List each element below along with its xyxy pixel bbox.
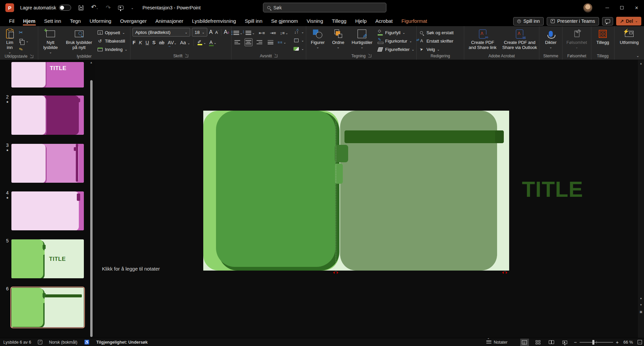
text-direction-button[interactable]: ↓↑⌄ xyxy=(293,28,304,36)
offslide-title-text[interactable]: TITLE xyxy=(522,177,583,202)
search-input[interactable]: Søk xyxy=(263,3,386,12)
line-spacing-button[interactable]: ↕≡⌄ xyxy=(280,29,288,37)
menu-visning[interactable]: Visning xyxy=(302,15,327,26)
slide-thumbnail-6[interactable] xyxy=(11,288,84,327)
strikethrough-button[interactable]: ab xyxy=(159,40,164,45)
menu-figurformat[interactable]: Figurformat xyxy=(397,15,432,26)
shape-dark-green-tab[interactable] xyxy=(335,145,348,162)
slideshow-view-button[interactable] xyxy=(560,339,569,346)
clear-formatting-button[interactable]: A◊ xyxy=(224,29,229,35)
character-spacing-button[interactable]: AV⌄ xyxy=(168,40,177,45)
zoom-level[interactable]: 66 % xyxy=(624,340,633,345)
scroll-split-icon[interactable]: ▣ xyxy=(639,310,642,313)
user-avatar[interactable] xyxy=(583,3,592,12)
comments-button[interactable] xyxy=(602,17,613,25)
slide-thumbnail-2[interactable] xyxy=(11,96,84,135)
menu-overganger[interactable]: Overganger xyxy=(116,15,151,26)
increase-indent-button[interactable]: ⇥≡ xyxy=(269,29,277,37)
font-size-select[interactable]: 18⌄ xyxy=(192,28,207,37)
redo-button[interactable]: ↷ xyxy=(106,5,111,10)
reuse-slides-button[interactable]: Bruk lysbilder på nytt xyxy=(63,28,95,50)
slide-thumbnail-3[interactable] xyxy=(11,144,84,183)
slide-sorter-view-button[interactable] xyxy=(534,339,542,346)
select-button[interactable]: ➤Velg⌄ xyxy=(419,46,453,53)
change-case-button[interactable]: Aa ⌄ xyxy=(180,40,190,45)
undo-button[interactable]: ↶⌄ xyxy=(91,5,98,11)
menu-tegn[interactable]: Tegn xyxy=(65,15,85,26)
menu-utforming[interactable]: Utforming xyxy=(85,15,116,26)
paste-button[interactable]: Lim inn ⌄ xyxy=(2,28,17,54)
drawing-dialog-launcher-icon[interactable] xyxy=(368,54,371,57)
shape-fill-button[interactable]: Figurfyll⌄ xyxy=(377,29,414,36)
increase-font-size-button[interactable]: Aˆ xyxy=(209,29,213,35)
menu-lysbildefremvisning[interactable]: Lysbildefremvisning xyxy=(188,15,240,26)
menu-sett-inn[interactable]: Sett inn xyxy=(40,15,66,26)
columns-button[interactable]: ≡≡⌄ xyxy=(278,38,286,46)
font-name-select[interactable]: Aptos (Brødtekst)⌄ xyxy=(132,28,190,37)
find-replace-button[interactable]: Søk og erstatt xyxy=(419,29,453,36)
scroll-up-icon[interactable]: ▲ xyxy=(640,62,642,65)
shape-medium-green-rect[interactable] xyxy=(216,111,335,267)
paragraph-dialog-launcher-icon[interactable] xyxy=(274,54,277,57)
clipboard-dialog-launcher-icon[interactable] xyxy=(30,55,33,58)
start-slideshow-icon[interactable] xyxy=(118,6,123,10)
convert-smartart-button[interactable]: ⌄ xyxy=(293,45,304,52)
section-button[interactable]: Inndeling⌄ xyxy=(97,46,127,53)
replace-fonts-button[interactable]: AErstatt skrifter xyxy=(419,37,453,45)
align-right-button[interactable] xyxy=(256,38,264,46)
underline-button[interactable]: U xyxy=(146,40,149,45)
language-indicator[interactable]: Norsk (bokmål) xyxy=(49,340,77,345)
autosave-toggle[interactable] xyxy=(59,5,71,11)
bold-button[interactable]: F xyxy=(132,40,136,45)
menu-fil[interactable]: Fil xyxy=(5,15,19,26)
shape-effects-button[interactable]: Figureffekter⌄ xyxy=(377,46,414,53)
reading-view-button[interactable] xyxy=(547,339,556,346)
present-in-teams-button[interactable]: Presenter i Teams xyxy=(547,17,599,25)
highlight-color-button[interactable]: ⌄ xyxy=(197,40,206,45)
layout-button[interactable]: Oppsett⌄ xyxy=(97,29,127,36)
panel-scrollbar[interactable] xyxy=(90,80,93,337)
zoom-slider[interactable] xyxy=(580,342,613,343)
decrease-font-size-button[interactable]: Aˇ xyxy=(215,30,219,35)
shape-outline-button[interactable]: Figurkontur⌄ xyxy=(377,37,414,45)
menu-hjem[interactable]: Hjem xyxy=(19,15,40,26)
notes-toggle-button[interactable]: Notater xyxy=(486,340,507,345)
slide-editing-area[interactable] xyxy=(203,111,509,271)
zoom-slider-thumb[interactable] xyxy=(592,340,594,345)
zoom-out-button[interactable]: − xyxy=(574,339,577,345)
fit-slide-to-window-icon[interactable]: ↔ xyxy=(638,340,642,344)
align-text-button[interactable]: ⌄ xyxy=(293,37,304,44)
font-color-button[interactable]: A⌄ xyxy=(209,40,216,46)
zoom-in-button[interactable]: + xyxy=(616,339,619,345)
close-button[interactable]: ✕ xyxy=(629,0,644,15)
save-icon[interactable] xyxy=(78,5,84,10)
menu-acrobat[interactable]: Acrobat xyxy=(371,15,397,26)
quick-styles-button[interactable]: Hurtigstiler ⌄ xyxy=(349,28,375,49)
designer-button[interactable]: Utforming xyxy=(616,28,642,45)
maximize-button[interactable] xyxy=(614,0,629,15)
bullets-button[interactable]: ⌄ xyxy=(233,29,243,37)
normal-view-button[interactable] xyxy=(520,339,529,346)
create-pdf-share-link-button[interactable]: Create PDF and Share link xyxy=(466,28,499,50)
new-slide-button[interactable]: Nytt lysbilde ⌄ xyxy=(40,28,61,54)
menu-hjelp[interactable]: Hjelp xyxy=(351,15,371,26)
notes-placeholder[interactable]: Klikk for å legge til notater xyxy=(102,266,160,272)
proofing-icon[interactable] xyxy=(38,340,42,344)
dictate-button[interactable]: Dikter ⌄ xyxy=(541,28,560,49)
slide-indicator[interactable]: Lysbilde 6 av 6 xyxy=(3,340,31,345)
collapse-ribbon-chevron-icon[interactable]: ⌄ xyxy=(636,54,639,58)
text-shadow-button[interactable]: S xyxy=(152,40,156,45)
menu-tillegg[interactable]: Tillegg xyxy=(327,15,351,26)
font-dialog-launcher-icon[interactable] xyxy=(185,54,188,57)
next-slide-icon[interactable]: ▼ xyxy=(640,303,642,306)
menu-spill-inn[interactable]: Spill inn xyxy=(240,15,267,26)
customize-toolbar-chevron-icon[interactable]: ⌄ xyxy=(131,6,133,10)
powerpoint-logo-icon[interactable]: P xyxy=(5,3,14,12)
slide-thumbnail-1[interactable]: TITLE xyxy=(11,62,84,88)
copy-button[interactable]: ⌄ xyxy=(18,37,29,45)
shapes-button[interactable]: Figurer ⌄ xyxy=(308,28,327,49)
resize-handle-arrows-icon[interactable] xyxy=(502,271,507,274)
previous-slide-icon[interactable]: ▲ xyxy=(640,297,642,300)
share-button[interactable]: ↗ Del ⌄ xyxy=(616,17,641,25)
italic-button[interactable]: K xyxy=(139,40,142,45)
